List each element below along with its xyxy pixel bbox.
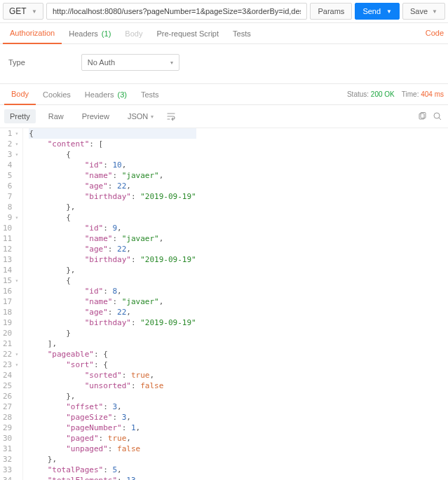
format-raw[interactable]: Raw	[43, 109, 69, 123]
wrap-lines-icon[interactable]	[166, 111, 176, 121]
response-tabs-row: Body Cookies Headers (3) Tests Status: 2…	[0, 84, 448, 105]
response-body-source[interactable]: { "content": [ { "id": 10, "name": "java…	[23, 128, 196, 480]
code-link[interactable]: Code	[426, 29, 444, 37]
tab-resp-cookies[interactable]: Cookies	[36, 85, 78, 104]
auth-panel: Type No Auth ▾	[0, 44, 448, 84]
tab-resp-tests[interactable]: Tests	[134, 85, 166, 104]
tab-tests[interactable]: Tests	[226, 24, 258, 43]
auth-type-value: No Auth	[88, 58, 115, 67]
tab-pre-request-script[interactable]: Pre-request Script	[149, 24, 226, 43]
svg-point-2	[434, 113, 440, 118]
request-tabs: Authorization Headers (1) Body Pre-reque…	[0, 23, 448, 44]
status-value: 200 OK	[371, 90, 395, 98]
format-preview[interactable]: Preview	[76, 109, 115, 123]
copy-icon[interactable]	[417, 111, 427, 121]
svg-line-3	[439, 118, 441, 120]
chevron-down-icon: ▼	[386, 8, 392, 15]
search-icon[interactable]	[433, 111, 442, 121]
http-method-select[interactable]: GET ▼	[3, 3, 43, 20]
tab-headers[interactable]: Headers (1)	[62, 24, 118, 43]
response-tabs: Body Cookies Headers (3) Tests	[4, 84, 166, 104]
chevron-down-icon: ▼	[432, 8, 437, 15]
save-button[interactable]: Save ▼	[402, 3, 445, 20]
url-input[interactable]	[46, 3, 307, 20]
response-status: Status: 200 OK Time: 404 ms	[347, 90, 444, 98]
status-label: Status:	[347, 90, 369, 98]
save-label: Save	[410, 7, 428, 15]
format-pretty[interactable]: Pretty	[4, 109, 36, 123]
format-row: Pretty Raw Preview JSON ▾	[0, 105, 448, 128]
http-method-value: GET	[9, 6, 27, 16]
auth-type-label: Type	[8, 58, 25, 67]
chevron-down-icon: ▾	[151, 114, 154, 120]
tab-resp-body[interactable]: Body	[4, 84, 36, 105]
time-value: 404 ms	[421, 90, 444, 98]
response-body-viewer: 1▾2▾3▾456789▾101112131415▾16171819202122…	[0, 128, 448, 480]
format-type-select[interactable]: JSON ▾	[122, 109, 159, 123]
format-type-value: JSON	[128, 112, 148, 121]
send-label: Send	[362, 7, 381, 15]
chevron-down-icon: ▾	[170, 60, 173, 66]
time-label: Time:	[402, 90, 419, 98]
auth-type-select[interactable]: No Auth ▾	[81, 54, 179, 71]
send-button[interactable]: Send ▼	[355, 3, 400, 20]
params-button[interactable]: Params	[310, 3, 352, 20]
tab-authorization[interactable]: Authorization	[3, 23, 62, 44]
request-bar: GET ▼ Params Send ▼ Save ▼	[0, 0, 448, 23]
chevron-down-icon: ▼	[32, 8, 37, 15]
line-gutter: 1▾2▾3▾456789▾101112131415▾16171819202122…	[0, 128, 23, 480]
tab-body[interactable]: Body	[118, 24, 149, 43]
tab-resp-headers[interactable]: Headers (3)	[78, 85, 134, 104]
